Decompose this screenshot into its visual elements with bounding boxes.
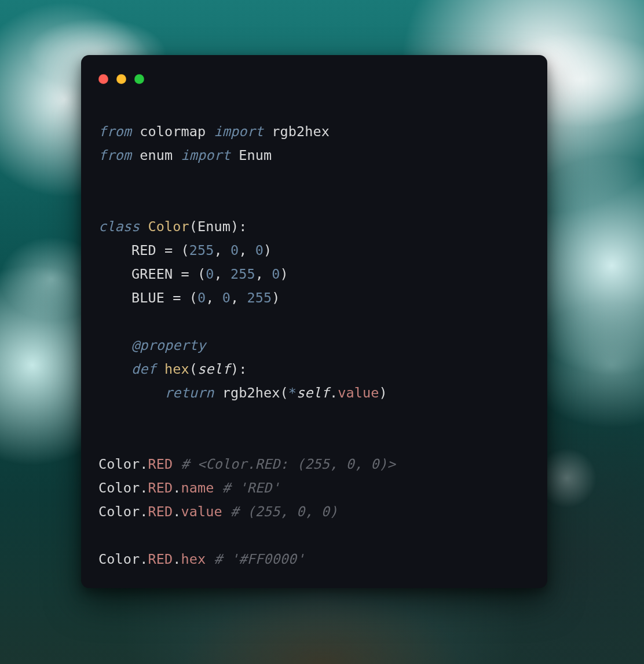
paren-close: ) (280, 266, 288, 282)
star: * (288, 385, 297, 401)
module-enum: enum (140, 147, 173, 163)
decorator-property: @property (131, 337, 206, 353)
paren-open: ( (197, 266, 206, 282)
colon: : (239, 218, 247, 235)
base-enum: Enum (197, 218, 230, 235)
zoom-icon[interactable] (134, 74, 144, 84)
equals: = (173, 290, 181, 306)
paren-open: ( (189, 290, 197, 306)
num: 255 (189, 242, 214, 258)
attr-value: value (181, 504, 222, 520)
num: 0 (222, 290, 230, 306)
num: 255 (247, 290, 272, 306)
class-color: Color (148, 218, 189, 235)
attr-red: RED (148, 456, 173, 472)
keyword-class: class (98, 218, 140, 235)
keyword-return: return (164, 385, 214, 401)
num: 0 (255, 242, 264, 258)
ref-color: Color (98, 480, 140, 496)
attr-hex: hex (181, 551, 206, 567)
num: 0 (230, 242, 239, 258)
paren-open: ( (181, 242, 189, 258)
paren-close: ) (264, 242, 272, 258)
comma: , (230, 290, 239, 306)
keyword-def: def (131, 361, 156, 377)
paren-open: ( (189, 218, 197, 235)
paren-close: ) (379, 385, 387, 401)
paren-close: ) (230, 218, 239, 235)
paren-open: ( (280, 385, 288, 401)
keyword-from: from (98, 147, 131, 163)
ref-color: Color (98, 456, 140, 472)
dot: . (173, 504, 181, 520)
name-enum-import: Enum (239, 147, 272, 163)
minimize-icon[interactable] (116, 74, 126, 84)
comma: , (214, 242, 222, 258)
attr-value: value (338, 385, 379, 401)
comment-value: # (255, 0, 0) (230, 504, 338, 520)
self-ref: self (297, 385, 330, 401)
paren-close: ) (272, 290, 280, 306)
dot: . (140, 504, 148, 520)
close-icon[interactable] (98, 74, 108, 84)
keyword-import: import (214, 123, 264, 140)
paren-close: ) (230, 361, 239, 377)
comment-hex: # '#FF0000' (214, 551, 305, 567)
comment-name: # 'RED' (222, 480, 280, 496)
comma: , (214, 266, 222, 282)
comma: , (239, 242, 247, 258)
num: 0 (272, 266, 280, 282)
module-colormap: colormap (140, 123, 206, 140)
ref-color: Color (98, 504, 140, 520)
call-rgb2hex: rgb2hex (222, 385, 280, 401)
colon: : (239, 361, 247, 377)
comment-repr: # <Color.RED: (255, 0, 0)> (181, 456, 396, 472)
dot: . (173, 551, 181, 567)
member-green: GREEN (131, 266, 173, 282)
num: 255 (230, 266, 255, 282)
param-self: self (197, 361, 230, 377)
member-red: RED (131, 242, 156, 258)
num: 0 (197, 290, 206, 306)
keyword-import: import (181, 147, 231, 163)
keyword-from: from (98, 123, 131, 140)
comma: , (255, 266, 264, 282)
attr-red: RED (148, 551, 173, 567)
code-window: from colormap import rgb2hex from enum i… (81, 55, 547, 588)
ref-color: Color (98, 551, 140, 567)
method-hex: hex (164, 361, 189, 377)
dot: . (140, 456, 148, 472)
dot: . (330, 385, 338, 401)
equals: = (181, 266, 189, 282)
num: 0 (206, 266, 214, 282)
member-blue: BLUE (131, 290, 164, 306)
attr-name: name (181, 480, 214, 496)
name-rgb2hex: rgb2hex (272, 123, 330, 140)
paren-open: ( (189, 361, 197, 377)
comma: , (206, 290, 214, 306)
attr-red: RED (148, 504, 173, 520)
dot: . (140, 551, 148, 567)
code-area[interactable]: from colormap import rgb2hex from enum i… (81, 84, 547, 589)
dot: . (173, 480, 181, 496)
attr-red: RED (148, 480, 173, 496)
equals: = (164, 242, 173, 258)
dot: . (140, 480, 148, 496)
titlebar (81, 55, 547, 84)
